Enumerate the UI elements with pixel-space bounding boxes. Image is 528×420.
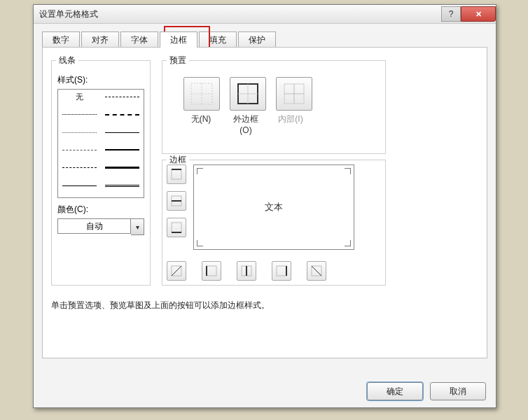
border-hmid-button[interactable] [167, 191, 186, 211]
color-label: 颜色(C): [57, 204, 150, 216]
line-style-opt[interactable] [60, 127, 99, 138]
border-diag-up-button[interactable] [167, 261, 186, 281]
border-vmid-button[interactable] [237, 261, 256, 281]
line-legend: 线条 [56, 55, 78, 66]
titlebar: 设置单元格格式 [34, 5, 496, 24]
line-style-opt[interactable] [103, 109, 141, 120]
dialog-window: 设置单元格格式 数字 对齐 字体 边框 填充 保护 线条 样式(S): 无 [33, 4, 496, 408]
ok-button[interactable]: 确定 [367, 382, 423, 400]
border-left-button[interactable] [202, 261, 221, 281]
preset-inner-button[interactable] [276, 77, 312, 111]
border-fieldset: 边框 文本 [162, 160, 386, 286]
svg-rect-9 [172, 169, 181, 179]
preset-inner-label: 内部(I) [273, 113, 308, 135]
tab-font[interactable]: 字体 [120, 31, 158, 48]
tab-fill[interactable]: 填充 [199, 31, 237, 48]
line-style-opt[interactable] [60, 109, 99, 120]
cancel-button[interactable]: 取消 [430, 382, 486, 400]
line-style-opt[interactable] [60, 181, 99, 191]
border-top-button[interactable] [167, 164, 186, 184]
tab-border[interactable]: 边框 [160, 31, 197, 48]
line-style-opt[interactable] [103, 92, 141, 102]
tab-number[interactable]: 数字 [42, 31, 80, 48]
preset-none-button[interactable] [183, 77, 220, 111]
svg-line-16 [172, 266, 181, 276]
svg-rect-13 [172, 223, 181, 232]
preset-legend: 预置 [167, 55, 189, 66]
line-style-none[interactable]: 无 [60, 92, 99, 102]
line-fieldset: 线条 样式(S): 无 颜色(C): 自动 [51, 60, 151, 286]
line-style-opt[interactable] [103, 145, 141, 155]
close-button[interactable] [461, 6, 496, 22]
window-title: 设置单元格格式 [39, 8, 98, 20]
preset-fieldset: 预置 无(N) 外边框(O) 内部(I) [162, 60, 386, 154]
tab-align[interactable]: 对齐 [81, 31, 119, 48]
line-style-opt[interactable] [103, 127, 141, 138]
tab-strip: 数字 对齐 字体 边框 填充 保护 [34, 24, 496, 47]
line-style-opt[interactable] [60, 162, 99, 173]
line-style-grid[interactable]: 无 [57, 89, 144, 198]
border-bottom-button[interactable] [167, 218, 186, 237]
preset-none-label: 无(N) [183, 113, 218, 135]
border-preview[interactable]: 文本 [193, 164, 354, 250]
border-right-button[interactable] [272, 261, 291, 281]
style-label: 样式(S): [57, 74, 150, 86]
border-diag-down-button[interactable] [307, 261, 326, 281]
line-style-opt[interactable] [103, 181, 141, 191]
preview-text: 文本 [265, 201, 283, 214]
preset-outer-button[interactable] [230, 77, 266, 111]
preset-outer-label: 外边框(O) [228, 113, 263, 135]
tab-protect[interactable]: 保护 [238, 31, 276, 48]
color-value[interactable]: 自动 [57, 218, 131, 234]
svg-rect-21 [277, 266, 286, 276]
preset-labels: 无(N) 外边框(O) 内部(I) [162, 111, 385, 135]
dialog-footer: 确定 取消 [367, 382, 486, 400]
svg-line-24 [312, 266, 321, 276]
color-select[interactable]: 自动 [57, 218, 144, 235]
content-pane: 线条 样式(S): 无 颜色(C): 自动 [42, 47, 487, 358]
line-style-opt[interactable] [60, 145, 99, 155]
border-side-buttons [167, 164, 186, 237]
svg-rect-17 [207, 266, 216, 276]
dropdown-icon[interactable] [131, 218, 144, 235]
line-style-opt[interactable] [103, 162, 141, 173]
hint-text: 单击预置选项、预览草图及上面的按钮可以添加边框样式。 [51, 300, 270, 312]
help-button[interactable] [441, 6, 461, 22]
border-bottom-buttons [167, 261, 326, 281]
